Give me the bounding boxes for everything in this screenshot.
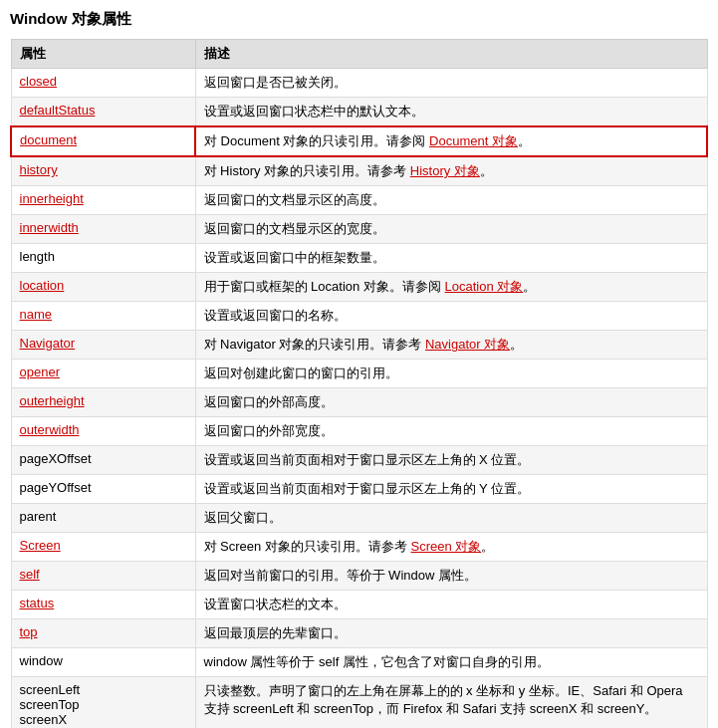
table-row: document对 Document 对象的只读引用。请参阅 Document … bbox=[11, 126, 707, 156]
prop-link[interactable]: Screen bbox=[20, 538, 61, 553]
desc-cell: 对 History 对象的只读引用。请参考 History 对象。 bbox=[195, 156, 707, 186]
prop-text: pageYOffset bbox=[20, 480, 92, 495]
prop-link[interactable]: innerheight bbox=[20, 191, 84, 206]
prop-link[interactable]: outerheight bbox=[20, 393, 85, 408]
table-row: opener返回对创建此窗口的窗口的引用。 bbox=[11, 360, 707, 388]
prop-link[interactable]: location bbox=[20, 278, 65, 293]
prop-text: screenX bbox=[20, 712, 68, 727]
table-row: closed返回窗口是否已被关闭。 bbox=[11, 69, 707, 98]
prop-link[interactable]: Navigator bbox=[20, 336, 76, 351]
prop-link[interactable]: closed bbox=[20, 74, 58, 89]
prop-link[interactable]: history bbox=[20, 162, 58, 177]
prop-cell: innerwidth bbox=[11, 215, 195, 244]
prop-cell: pageYOffset bbox=[11, 475, 195, 504]
col-header-prop: 属性 bbox=[11, 40, 195, 69]
prop-text: window bbox=[20, 653, 63, 668]
desc-cell: 设置窗口状态栏的文本。 bbox=[195, 591, 707, 619]
table-row: screenLeftscreenTopscreenXscreenY只读整数。声明… bbox=[11, 677, 707, 729]
properties-table: 属性 描述 closed返回窗口是否已被关闭。defaultStatus设置或返… bbox=[10, 39, 708, 728]
desc-cell: 对 Navigator 对象的只读引用。请参考 Navigator 对象。 bbox=[195, 331, 707, 360]
page-title: Window 对象属性 bbox=[10, 10, 708, 29]
prop-link[interactable]: top bbox=[20, 624, 38, 639]
table-row: innerheight返回窗口的文档显示区的高度。 bbox=[11, 186, 707, 215]
prop-cell: status bbox=[11, 591, 195, 619]
table-row: length设置或返回窗口中的框架数量。 bbox=[11, 244, 707, 273]
prop-cell: opener bbox=[11, 360, 195, 388]
location-link[interactable]: Location 对象 bbox=[445, 279, 524, 294]
prop-text: pageXOffset bbox=[20, 451, 92, 466]
prop-cell: self bbox=[11, 562, 195, 591]
prop-cell: closed bbox=[11, 69, 195, 98]
prop-text: screenLeft bbox=[20, 682, 81, 697]
desc-cell: 设置或返回当前页面相对于窗口显示区左上角的 Y 位置。 bbox=[195, 475, 707, 504]
prop-link[interactable]: self bbox=[20, 567, 40, 582]
desc-cell: 返回对当前窗口的引用。等价于 Window 属性。 bbox=[195, 562, 707, 591]
table-row: self返回对当前窗口的引用。等价于 Window 属性。 bbox=[11, 562, 707, 591]
prop-cell: outerwidth bbox=[11, 417, 195, 446]
prop-cell: length bbox=[11, 244, 195, 273]
prop-cell: window bbox=[11, 648, 195, 677]
table-row: status设置窗口状态栏的文本。 bbox=[11, 591, 707, 619]
prop-link[interactable]: name bbox=[20, 307, 53, 322]
desc-cell: 返回窗口的文档显示区的宽度。 bbox=[195, 215, 707, 244]
desc-cell: 设置或返回当前页面相对于窗口显示区左上角的 X 位置。 bbox=[195, 446, 707, 475]
prop-link[interactable]: innerwidth bbox=[20, 220, 79, 235]
col-header-desc: 描述 bbox=[195, 40, 707, 69]
prop-link[interactable]: defaultStatus bbox=[20, 103, 96, 118]
prop-cell: top bbox=[11, 619, 195, 648]
desc-cell: 对 Document 对象的只读引用。请参阅 Document 对象。 bbox=[195, 126, 707, 156]
prop-cell: defaultStatus bbox=[11, 98, 195, 127]
desc-cell: 返回对创建此窗口的窗口的引用。 bbox=[195, 360, 707, 388]
prop-cell: Navigator bbox=[11, 331, 195, 360]
prop-link[interactable]: document bbox=[20, 132, 77, 147]
prop-cell: outerheight bbox=[11, 388, 195, 417]
prop-text: screenTop bbox=[20, 697, 80, 712]
table-row: location用于窗口或框架的 Location 对象。请参阅 Locatio… bbox=[11, 273, 707, 302]
desc-cell: window 属性等价于 self 属性，它包含了对窗口自身的引用。 bbox=[195, 648, 707, 677]
desc-cell: 返回窗口是否已被关闭。 bbox=[195, 69, 707, 98]
navigator-link[interactable]: Navigator 对象 bbox=[425, 337, 510, 352]
prop-cell: location bbox=[11, 273, 195, 302]
prop-text: parent bbox=[20, 509, 57, 524]
prop-text: length bbox=[20, 249, 55, 264]
prop-cell: pageXOffset bbox=[11, 446, 195, 475]
table-row: pageYOffset设置或返回当前页面相对于窗口显示区左上角的 Y 位置。 bbox=[11, 475, 707, 504]
document-link[interactable]: Document 对象 bbox=[429, 133, 518, 148]
desc-cell: 返回窗口的文档显示区的高度。 bbox=[195, 186, 707, 215]
table-row: innerwidth返回窗口的文档显示区的宽度。 bbox=[11, 215, 707, 244]
desc-cell: 对 Screen 对象的只读引用。请参考 Screen 对象。 bbox=[195, 533, 707, 562]
prop-link[interactable]: status bbox=[20, 596, 55, 610]
prop-cell: Screen bbox=[11, 533, 195, 562]
desc-cell: 设置或返回窗口的名称。 bbox=[195, 302, 707, 331]
desc-cell: 返回父窗口。 bbox=[195, 504, 707, 533]
table-row: outerwidth返回窗口的外部宽度。 bbox=[11, 417, 707, 446]
desc-cell: 设置或返回窗口状态栏中的默认文本。 bbox=[195, 98, 707, 127]
prop-cell: screenLeftscreenTopscreenXscreenY bbox=[11, 677, 195, 729]
desc-cell: 返回窗口的外部宽度。 bbox=[195, 417, 707, 446]
table-row: history对 History 对象的只读引用。请参考 History 对象。 bbox=[11, 156, 707, 186]
screen-link[interactable]: Screen 对象 bbox=[411, 539, 482, 554]
prop-cell: document bbox=[11, 126, 195, 156]
table-row: top返回最顶层的先辈窗口。 bbox=[11, 619, 707, 648]
desc-cell: 设置或返回窗口中的框架数量。 bbox=[195, 244, 707, 273]
table-row: Navigator对 Navigator 对象的只读引用。请参考 Navigat… bbox=[11, 331, 707, 360]
prop-cell: history bbox=[11, 156, 195, 186]
history-link[interactable]: History 对象 bbox=[410, 163, 480, 178]
table-row: parent返回父窗口。 bbox=[11, 504, 707, 533]
prop-cell: innerheight bbox=[11, 186, 195, 215]
table-row: outerheight返回窗口的外部高度。 bbox=[11, 388, 707, 417]
table-row: name设置或返回窗口的名称。 bbox=[11, 302, 707, 331]
table-row: Screen对 Screen 对象的只读引用。请参考 Screen 对象。 bbox=[11, 533, 707, 562]
prop-link[interactable]: opener bbox=[20, 364, 60, 379]
prop-cell: name bbox=[11, 302, 195, 331]
desc-cell: 只读整数。声明了窗口的左上角在屏幕上的的 x 坐标和 y 坐标。IE、Safar… bbox=[195, 677, 707, 729]
desc-cell: 用于窗口或框架的 Location 对象。请参阅 Location 对象。 bbox=[195, 273, 707, 302]
desc-cell: 返回最顶层的先辈窗口。 bbox=[195, 619, 707, 648]
prop-cell: parent bbox=[11, 504, 195, 533]
table-row: pageXOffset设置或返回当前页面相对于窗口显示区左上角的 X 位置。 bbox=[11, 446, 707, 475]
table-row: defaultStatus设置或返回窗口状态栏中的默认文本。 bbox=[11, 98, 707, 127]
table-row: windowwindow 属性等价于 self 属性，它包含了对窗口自身的引用。 bbox=[11, 648, 707, 677]
prop-link[interactable]: outerwidth bbox=[20, 422, 80, 437]
desc-cell: 返回窗口的外部高度。 bbox=[195, 388, 707, 417]
